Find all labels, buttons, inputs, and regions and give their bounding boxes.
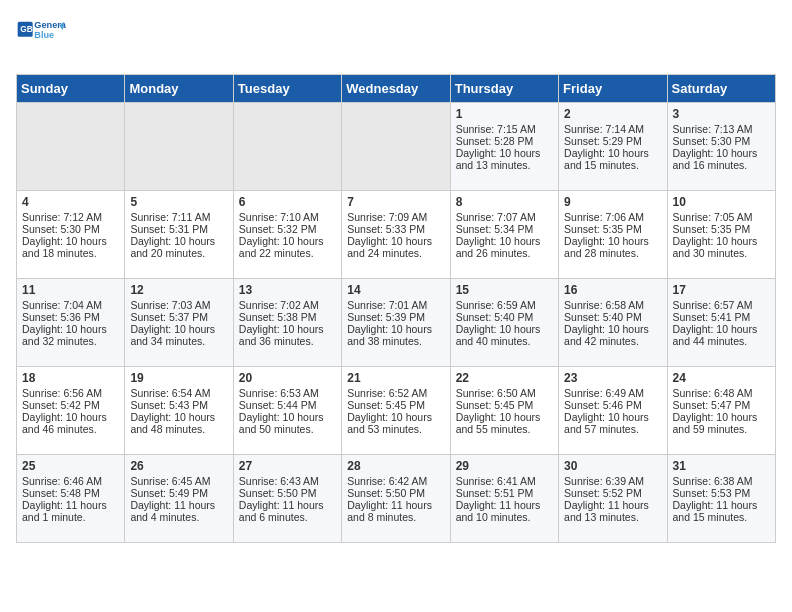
- day-info-line: and 1 minute.: [22, 511, 119, 523]
- day-number: 28: [347, 459, 444, 473]
- day-info-line: Sunset: 5:40 PM: [456, 311, 553, 323]
- day-info-line: Daylight: 10 hours: [673, 411, 770, 423]
- day-info-line: Daylight: 11 hours: [347, 499, 444, 511]
- calendar-cell: [17, 103, 125, 191]
- calendar-cell: [125, 103, 233, 191]
- day-info-line: Sunset: 5:39 PM: [347, 311, 444, 323]
- day-number: 4: [22, 195, 119, 209]
- day-info-line: Sunrise: 6:45 AM: [130, 475, 227, 487]
- day-number: 20: [239, 371, 336, 385]
- day-info-line: Sunset: 5:36 PM: [22, 311, 119, 323]
- day-info-line: and 10 minutes.: [456, 511, 553, 523]
- day-info-line: and 6 minutes.: [239, 511, 336, 523]
- day-info-line: and 36 minutes.: [239, 335, 336, 347]
- day-info-line: Sunset: 5:35 PM: [564, 223, 661, 235]
- calendar-cell: 14Sunrise: 7:01 AMSunset: 5:39 PMDayligh…: [342, 279, 450, 367]
- day-info-line: and 44 minutes.: [673, 335, 770, 347]
- day-info-line: Sunrise: 7:04 AM: [22, 299, 119, 311]
- day-info-line: and 4 minutes.: [130, 511, 227, 523]
- day-info-line: and 28 minutes.: [564, 247, 661, 259]
- day-info-line: Sunrise: 7:10 AM: [239, 211, 336, 223]
- day-info-line: and 15 minutes.: [564, 159, 661, 171]
- day-info-line: Daylight: 11 hours: [239, 499, 336, 511]
- header-day-sunday: Sunday: [17, 75, 125, 103]
- day-info-line: Daylight: 11 hours: [673, 499, 770, 511]
- day-info-line: and 42 minutes.: [564, 335, 661, 347]
- day-info-line: and 48 minutes.: [130, 423, 227, 435]
- day-info-line: Sunset: 5:49 PM: [130, 487, 227, 499]
- day-info-line: Daylight: 10 hours: [130, 235, 227, 247]
- day-info-line: and 15 minutes.: [673, 511, 770, 523]
- day-info-line: Sunset: 5:35 PM: [673, 223, 770, 235]
- day-info-line: Sunset: 5:46 PM: [564, 399, 661, 411]
- header-day-saturday: Saturday: [667, 75, 775, 103]
- week-row-5: 25Sunrise: 6:46 AMSunset: 5:48 PMDayligh…: [17, 455, 776, 543]
- day-info-line: Daylight: 10 hours: [673, 323, 770, 335]
- calendar-cell: 19Sunrise: 6:54 AMSunset: 5:43 PMDayligh…: [125, 367, 233, 455]
- header-day-tuesday: Tuesday: [233, 75, 341, 103]
- day-info-line: Sunset: 5:53 PM: [673, 487, 770, 499]
- day-info-line: Daylight: 10 hours: [456, 235, 553, 247]
- day-info-line: Sunset: 5:31 PM: [130, 223, 227, 235]
- calendar-header: SundayMondayTuesdayWednesdayThursdayFrid…: [17, 75, 776, 103]
- calendar-cell: 24Sunrise: 6:48 AMSunset: 5:47 PMDayligh…: [667, 367, 775, 455]
- day-info-line: Daylight: 10 hours: [673, 235, 770, 247]
- day-info-line: and 13 minutes.: [456, 159, 553, 171]
- day-info-line: Sunset: 5:29 PM: [564, 135, 661, 147]
- day-info-line: Daylight: 10 hours: [22, 235, 119, 247]
- week-row-3: 11Sunrise: 7:04 AMSunset: 5:36 PMDayligh…: [17, 279, 776, 367]
- day-info-line: Daylight: 10 hours: [456, 411, 553, 423]
- calendar-cell: 17Sunrise: 6:57 AMSunset: 5:41 PMDayligh…: [667, 279, 775, 367]
- day-info-line: and 38 minutes.: [347, 335, 444, 347]
- day-info-line: Sunrise: 7:13 AM: [673, 123, 770, 135]
- day-number: 26: [130, 459, 227, 473]
- day-info-line: Daylight: 10 hours: [347, 235, 444, 247]
- day-info-line: Sunset: 5:38 PM: [239, 311, 336, 323]
- day-info-line: Sunrise: 6:38 AM: [673, 475, 770, 487]
- day-info-line: Sunrise: 6:59 AM: [456, 299, 553, 311]
- calendar-cell: 22Sunrise: 6:50 AMSunset: 5:45 PMDayligh…: [450, 367, 558, 455]
- calendar-cell: 18Sunrise: 6:56 AMSunset: 5:42 PMDayligh…: [17, 367, 125, 455]
- day-info-line: Sunrise: 7:11 AM: [130, 211, 227, 223]
- day-info-line: and 55 minutes.: [456, 423, 553, 435]
- header-day-friday: Friday: [559, 75, 667, 103]
- day-number: 30: [564, 459, 661, 473]
- day-info-line: and 26 minutes.: [456, 247, 553, 259]
- day-info-line: Sunrise: 6:52 AM: [347, 387, 444, 399]
- day-info-line: Sunrise: 6:53 AM: [239, 387, 336, 399]
- day-info-line: Sunset: 5:41 PM: [673, 311, 770, 323]
- day-info-line: Sunrise: 7:12 AM: [22, 211, 119, 223]
- day-number: 23: [564, 371, 661, 385]
- calendar-cell: 29Sunrise: 6:41 AMSunset: 5:51 PMDayligh…: [450, 455, 558, 543]
- day-info-line: and 34 minutes.: [130, 335, 227, 347]
- calendar-table: SundayMondayTuesdayWednesdayThursdayFrid…: [16, 74, 776, 543]
- day-info-line: Sunset: 5:37 PM: [130, 311, 227, 323]
- day-info-line: Sunrise: 6:58 AM: [564, 299, 661, 311]
- day-number: 10: [673, 195, 770, 209]
- calendar-cell: 4Sunrise: 7:12 AMSunset: 5:30 PMDaylight…: [17, 191, 125, 279]
- day-number: 3: [673, 107, 770, 121]
- day-info-line: and 18 minutes.: [22, 247, 119, 259]
- calendar-cell: 3Sunrise: 7:13 AMSunset: 5:30 PMDaylight…: [667, 103, 775, 191]
- calendar-cell: 13Sunrise: 7:02 AMSunset: 5:38 PMDayligh…: [233, 279, 341, 367]
- day-info-line: Daylight: 10 hours: [456, 147, 553, 159]
- day-number: 27: [239, 459, 336, 473]
- day-info-line: Sunset: 5:50 PM: [347, 487, 444, 499]
- day-info-line: and 30 minutes.: [673, 247, 770, 259]
- day-info-line: Sunset: 5:34 PM: [456, 223, 553, 235]
- calendar-cell: 31Sunrise: 6:38 AMSunset: 5:53 PMDayligh…: [667, 455, 775, 543]
- day-info-line: Daylight: 11 hours: [564, 499, 661, 511]
- day-info-line: Daylight: 10 hours: [130, 323, 227, 335]
- svg-text:Blue: Blue: [34, 31, 54, 41]
- header: GB General Blue: [16, 16, 776, 66]
- day-info-line: Daylight: 10 hours: [347, 323, 444, 335]
- day-info-line: Sunrise: 6:54 AM: [130, 387, 227, 399]
- day-info-line: Daylight: 10 hours: [564, 411, 661, 423]
- day-info-line: and 16 minutes.: [673, 159, 770, 171]
- day-info-line: Daylight: 10 hours: [239, 411, 336, 423]
- day-info-line: Sunset: 5:45 PM: [456, 399, 553, 411]
- calendar-cell: 1Sunrise: 7:15 AMSunset: 5:28 PMDaylight…: [450, 103, 558, 191]
- day-info-line: Sunrise: 7:06 AM: [564, 211, 661, 223]
- day-info-line: Sunrise: 6:43 AM: [239, 475, 336, 487]
- calendar-cell: 20Sunrise: 6:53 AMSunset: 5:44 PMDayligh…: [233, 367, 341, 455]
